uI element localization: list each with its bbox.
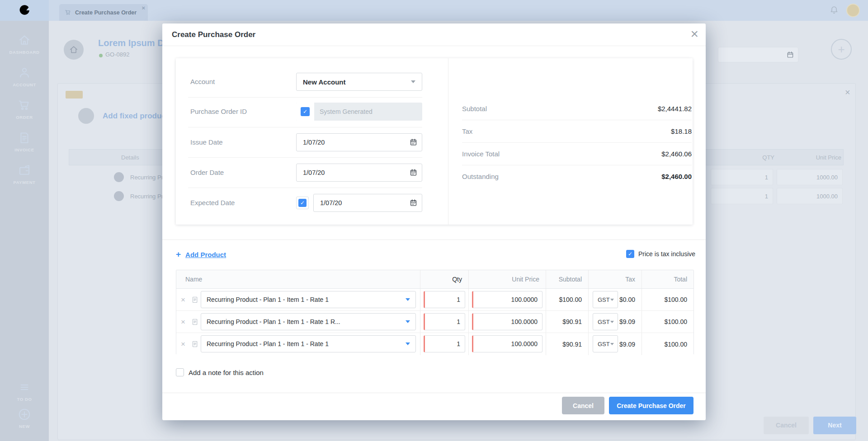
todo-icon: [18, 380, 31, 394]
plus-icon: +: [176, 249, 181, 259]
plus-circle-icon: [18, 408, 31, 421]
modal-title: Create Purchase Order: [172, 23, 255, 46]
issue-date-input[interactable]: [296, 133, 422, 151]
unit-price-input[interactable]: [472, 313, 542, 330]
add-note-toggle[interactable]: Add a note for this action: [176, 368, 264, 376]
tab-label: Create Purchase Order: [75, 9, 137, 16]
tax-inclusive-label: Price is tax inclusive: [638, 250, 695, 258]
qty-input[interactable]: [424, 335, 465, 352]
sidebar-item-todo[interactable]: TO DO: [0, 380, 49, 402]
create-purchase-order-button[interactable]: Create Purchase Order: [609, 397, 693, 414]
unit-price-input[interactable]: [472, 335, 542, 352]
invoice-icon: [18, 131, 31, 145]
qty-input[interactable]: [424, 313, 465, 330]
col-unit-price: Unit Price: [468, 270, 546, 288]
product-select[interactable]: Recurring Product - Plan 1 - Item 1 - Ra…: [201, 291, 416, 308]
account-select[interactable]: New Account: [296, 73, 422, 91]
panel-close-icon[interactable]: ×: [845, 88, 850, 97]
expected-date-field: [296, 194, 422, 212]
tax-code-select[interactable]: GST: [593, 291, 618, 308]
purchase-order-id-field: System Generated: [296, 103, 422, 121]
tab-close-icon[interactable]: ×: [142, 5, 145, 11]
order-date-label: Order Date: [190, 164, 224, 182]
product-group-avatar: [78, 108, 94, 124]
app-root: Create Purchase Order × DASHBOARD ACCOUN…: [0, 0, 868, 441]
date-filter-input[interactable]: [718, 47, 798, 62]
divider: [188, 188, 422, 188]
row-avatar: [114, 191, 124, 201]
unit-price-header: Unit Price: [774, 154, 841, 161]
sidebar-item-order[interactable]: ORDER: [0, 99, 49, 120]
product-select[interactable]: Recurring Product - Plan 1 - Item 1 - Ra…: [201, 335, 416, 352]
subtotal-value: $90.91: [546, 333, 588, 355]
note-icon[interactable]: [191, 296, 199, 304]
divider: [448, 58, 448, 225]
add-fixed-product-link[interactable]: Add fixed produc: [103, 112, 166, 121]
expected-date-input[interactable]: [313, 194, 422, 212]
row-avatar: [114, 172, 124, 182]
product-select[interactable]: Recurring Product - Plan 1 - Item 1 - Ra…: [201, 313, 416, 330]
summary-row: Subtotal $2,4441.82: [462, 97, 692, 120]
tax-code-value: GST: [598, 319, 610, 325]
tab-create-purchase-order[interactable]: Create Purchase Order ×: [59, 4, 148, 21]
chevron-down-icon: [610, 321, 614, 323]
cancel-button[interactable]: Cancel: [562, 397, 604, 414]
product-row: × Recurring Product - Plan 1 - Item 1 - …: [176, 289, 693, 311]
delete-row-icon[interactable]: ×: [181, 311, 185, 333]
calendar-icon[interactable]: [409, 168, 418, 177]
user-avatar[interactable]: [846, 4, 860, 17]
cart-icon: [18, 99, 31, 112]
qty-input[interactable]: [711, 188, 773, 204]
sidebar-item-label: TO DO: [17, 397, 32, 402]
subtotal-value: $90.91: [546, 311, 588, 333]
tax-inclusive-toggle[interactable]: Price is tax inclusive: [626, 250, 695, 258]
divider: [188, 127, 422, 127]
qty-input[interactable]: [711, 169, 773, 185]
row-name: Recurring Pro: [130, 174, 166, 181]
app-logo[interactable]: [0, 0, 49, 21]
row-name: Recurring Pro: [130, 193, 166, 200]
delete-row-icon[interactable]: ×: [181, 333, 185, 355]
sidebar-item-payment[interactable]: NEW PAYMENT: [0, 164, 49, 185]
add-note-checkbox[interactable]: [176, 368, 184, 376]
summary-value: $2,460.06: [661, 150, 692, 158]
background-next-button[interactable]: Next: [813, 417, 856, 434]
divider: [188, 97, 422, 98]
calendar-icon[interactable]: [409, 138, 418, 146]
unit-price-input[interactable]: [777, 169, 843, 185]
product-row: × Recurring Product - Plan 1 - Item 1 - …: [176, 311, 693, 333]
order-date-input[interactable]: [296, 164, 422, 182]
note-icon[interactable]: [191, 340, 199, 348]
sidebar-item-label: DASHBOARD: [9, 50, 39, 55]
calendar-icon[interactable]: [409, 198, 418, 207]
divider: [162, 239, 706, 240]
subtotal-value: $100.00: [546, 289, 588, 310]
col-subtotal: Subtotal: [546, 270, 588, 288]
sidebar-item-invoice[interactable]: INVOICE: [0, 131, 49, 152]
bell-icon[interactable]: [829, 5, 840, 16]
delete-row-icon[interactable]: ×: [181, 289, 185, 311]
system-generated-checkbox[interactable]: [301, 107, 310, 116]
unit-price-input[interactable]: [472, 291, 542, 308]
add-product-button[interactable]: + Add Product: [176, 249, 226, 259]
system-generated-placeholder: System Generated: [320, 103, 373, 121]
chevron-down-icon: [406, 342, 410, 345]
note-icon[interactable]: [191, 318, 199, 326]
sidebar-item-dashboard[interactable]: DASHBOARD: [0, 33, 49, 55]
sidebar-item-account[interactable]: ACCOUNT: [0, 66, 49, 87]
sidebar-item-new[interactable]: NEW: [0, 408, 49, 429]
tax-code-select[interactable]: GST: [593, 313, 618, 330]
unit-price-input[interactable]: [777, 188, 843, 204]
issue-date-label: Issue Date: [190, 133, 223, 151]
add-new-button[interactable]: +: [831, 39, 852, 60]
issue-date-field: [296, 133, 422, 151]
background-cancel-button[interactable]: Cancel: [764, 417, 809, 434]
close-icon[interactable]: ×: [690, 26, 698, 42]
tax-code-select[interactable]: GST: [593, 335, 618, 352]
account-select-value: New Account: [303, 78, 345, 86]
create-purchase-order-modal: Create Purchase Order × Account New Acco…: [162, 23, 706, 420]
expected-date-checkbox[interactable]: [298, 199, 307, 207]
qty-input[interactable]: [424, 291, 465, 308]
tax-inclusive-checkbox[interactable]: [626, 250, 634, 258]
product-select-value: Recurring Product - Plan 1 - Item 1 - Ra…: [207, 318, 340, 325]
